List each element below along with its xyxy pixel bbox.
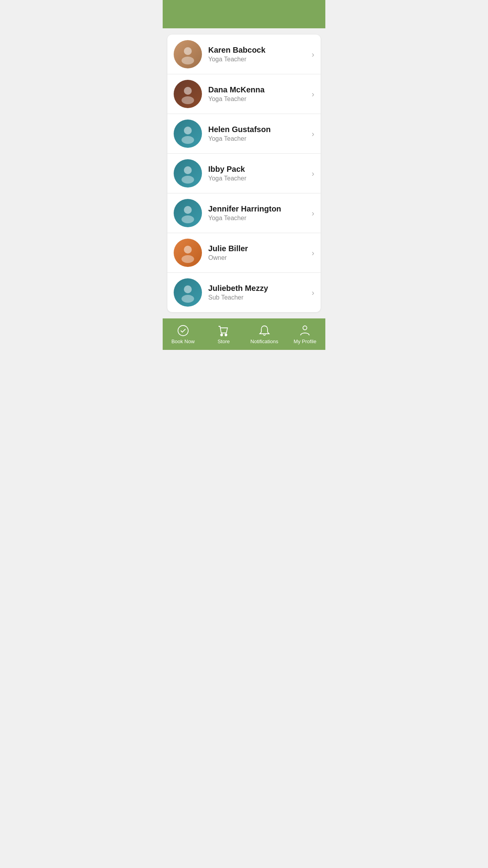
- chevron-right-icon: ›: [312, 129, 314, 138]
- staff-role-jennifer: Yoga Teacher: [208, 215, 308, 222]
- svg-point-13: [182, 295, 194, 303]
- staff-item-juliebeth[interactable]: Juliebeth MezzySub Teacher›: [167, 273, 321, 312]
- chevron-right-icon: ›: [312, 50, 314, 59]
- person-icon: [299, 324, 311, 337]
- avatar-dana: [174, 80, 202, 108]
- svg-point-6: [184, 166, 192, 174]
- avatar-julie: [174, 239, 202, 267]
- nav-item-store[interactable]: Store: [204, 318, 244, 350]
- staff-name-julie: Julie Biller: [208, 244, 308, 253]
- avatar-juliebeth: [174, 278, 202, 307]
- staff-role-karen: Yoga Teacher: [208, 56, 308, 63]
- chevron-right-icon: ›: [312, 248, 314, 257]
- staff-info-karen: Karen BabcockYoga Teacher: [208, 46, 308, 63]
- staff-info-juliebeth: Juliebeth MezzySub Teacher: [208, 284, 308, 301]
- staff-role-helen: Yoga Teacher: [208, 135, 308, 142]
- svg-point-12: [184, 285, 192, 293]
- svg-point-9: [182, 215, 194, 223]
- chevron-right-icon: ›: [312, 90, 314, 99]
- avatar-jennifer: [174, 199, 202, 227]
- svg-point-18: [303, 326, 307, 330]
- svg-point-1: [182, 57, 194, 64]
- avatar-karen: [174, 40, 202, 68]
- nav-item-book[interactable]: Book Now: [163, 318, 204, 350]
- svg-point-0: [184, 47, 192, 55]
- staff-info-ibby: Ibby PackYoga Teacher: [208, 165, 308, 182]
- staff-role-dana: Yoga Teacher: [208, 96, 308, 103]
- svg-point-2: [184, 87, 192, 95]
- app-header: [163, 0, 325, 28]
- chevron-right-icon: ›: [312, 169, 314, 178]
- staff-name-dana: Dana McKenna: [208, 85, 308, 94]
- nav-label-store: Store: [218, 338, 230, 344]
- svg-point-11: [182, 255, 194, 263]
- staff-name-helen: Helen Gustafson: [208, 125, 308, 134]
- main-content: Karen BabcockYoga Teacher› Dana McKennaY…: [163, 28, 325, 318]
- staff-list: Karen BabcockYoga Teacher› Dana McKennaY…: [167, 35, 321, 312]
- staff-name-karen: Karen Babcock: [208, 46, 308, 55]
- staff-item-helen[interactable]: Helen GustafsonYoga Teacher›: [167, 114, 321, 154]
- staff-info-jennifer: Jennifer HarringtonYoga Teacher: [208, 204, 308, 222]
- staff-info-helen: Helen GustafsonYoga Teacher: [208, 125, 308, 142]
- check-circle-icon: [177, 324, 189, 337]
- staff-role-juliebeth: Sub Teacher: [208, 294, 308, 301]
- staff-item-julie[interactable]: Julie BillerOwner›: [167, 233, 321, 273]
- nav-label-notifications: Notifications: [250, 338, 278, 344]
- bell-icon: [258, 324, 271, 337]
- staff-role-julie: Owner: [208, 254, 308, 261]
- nav-item-profile[interactable]: My Profile: [285, 318, 326, 350]
- svg-point-16: [225, 334, 227, 336]
- staff-item-ibby[interactable]: Ibby PackYoga Teacher›: [167, 154, 321, 193]
- cart-icon: [217, 324, 230, 337]
- staff-item-jennifer[interactable]: Jennifer HarringtonYoga Teacher›: [167, 193, 321, 233]
- svg-point-10: [184, 246, 192, 254]
- staff-info-julie: Julie BillerOwner: [208, 244, 308, 261]
- staff-name-juliebeth: Juliebeth Mezzy: [208, 284, 308, 293]
- svg-point-4: [184, 127, 192, 134]
- nav-item-notifications[interactable]: Notifications: [244, 318, 285, 350]
- svg-point-15: [221, 334, 223, 336]
- svg-point-8: [184, 206, 192, 214]
- staff-role-ibby: Yoga Teacher: [208, 175, 308, 182]
- staff-item-dana[interactable]: Dana McKennaYoga Teacher›: [167, 74, 321, 114]
- chevron-right-icon: ›: [312, 288, 314, 297]
- nav-label-book: Book Now: [171, 338, 194, 344]
- chevron-right-icon: ›: [312, 209, 314, 218]
- nav-label-profile: My Profile: [294, 338, 316, 344]
- svg-point-5: [182, 136, 194, 144]
- svg-point-7: [182, 176, 194, 184]
- bottom-navigation: Book NowStoreNotificationsMy Profile: [163, 318, 325, 350]
- svg-point-14: [178, 326, 188, 336]
- avatar-ibby: [174, 159, 202, 188]
- staff-name-jennifer: Jennifer Harrington: [208, 204, 308, 213]
- avatar-helen: [174, 120, 202, 148]
- staff-info-dana: Dana McKennaYoga Teacher: [208, 85, 308, 103]
- staff-item-karen[interactable]: Karen BabcockYoga Teacher›: [167, 35, 321, 74]
- staff-name-ibby: Ibby Pack: [208, 165, 308, 174]
- svg-point-3: [182, 96, 194, 104]
